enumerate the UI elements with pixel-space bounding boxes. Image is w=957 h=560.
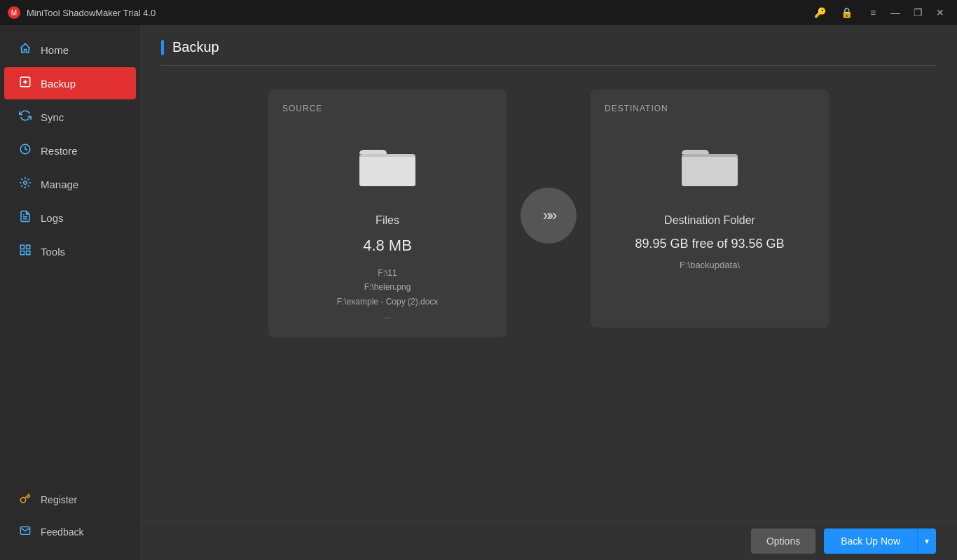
main-layout: Home Backup Sync: [0, 25, 957, 560]
sidebar-item-tools-label: Tools: [41, 246, 65, 258]
source-path-2: F:\helen.png: [337, 280, 439, 294]
app-logo: M: [7, 6, 21, 20]
titlebar-controls: 🔑 🔒 ≡ — ❐ ✕: [810, 3, 950, 22]
logs-icon: [18, 210, 32, 225]
destination-folder-icon: [678, 141, 741, 193]
sidebar-item-restore-label: Restore: [41, 145, 78, 157]
svg-rect-10: [359, 157, 415, 186]
sidebar-bottom: Register Feedback: [0, 476, 140, 560]
sidebar-item-feedback[interactable]: Feedback: [4, 517, 136, 547]
source-path-1: F:\11: [337, 266, 439, 280]
sidebar-item-sync[interactable]: Sync: [4, 101, 136, 133]
sidebar-item-backup[interactable]: Backup: [4, 67, 136, 99]
sidebar-item-feedback-label: Feedback: [41, 526, 83, 538]
source-name: Files: [376, 214, 399, 227]
source-label: SOURCE: [282, 104, 322, 113]
backup-panels: SOURCE Files 4.8 MB F:\11 F:\helen.pn: [161, 83, 936, 546]
backup-now-group: Back Up Now ▾: [824, 528, 936, 554]
page-title-bar: Backup: [161, 39, 936, 66]
source-folder-icon: [356, 141, 419, 193]
key-icon[interactable]: 🔑: [810, 3, 829, 22]
destination-panel[interactable]: DESTINATION Destination Folder 89.95 GB …: [591, 90, 829, 328]
sidebar-item-sync-label: Sync: [41, 111, 64, 123]
menu-icon[interactable]: ≡: [863, 3, 883, 22]
sidebar: Home Backup Sync: [0, 25, 140, 560]
sync-icon: [18, 109, 32, 125]
restore-icon: [18, 143, 32, 158]
register-icon: [18, 493, 32, 507]
page-title: Backup: [172, 39, 219, 55]
backup-dropdown-button[interactable]: ▾: [917, 528, 936, 554]
source-path-ellipsis: ...: [337, 309, 439, 323]
titlebar: M MiniTool ShadowMaker Trial 4.0 🔑 🔒 ≡ —…: [0, 0, 957, 25]
sidebar-item-backup-label: Backup: [41, 78, 76, 90]
sidebar-item-home-label: Home: [41, 44, 69, 56]
arrow-connector: »»: [521, 188, 577, 244]
restore-button[interactable]: ❐: [908, 3, 928, 22]
svg-rect-5: [20, 245, 24, 248]
sidebar-item-manage-label: Manage: [41, 178, 78, 190]
sidebar-item-home[interactable]: Home: [4, 34, 136, 66]
destination-name: Destination Folder: [664, 214, 755, 227]
sidebar-item-tools[interactable]: Tools: [4, 235, 136, 267]
svg-point-4: [24, 181, 27, 185]
manage-icon: [18, 176, 32, 192]
svg-rect-12: [682, 157, 738, 186]
home-icon: [18, 42, 32, 57]
source-panel[interactable]: SOURCE Files 4.8 MB F:\11 F:\helen.pn: [268, 90, 507, 337]
page-title-accent: [161, 40, 164, 55]
feedback-icon: [18, 525, 32, 539]
svg-text:M: M: [11, 9, 17, 17]
tools-icon: [18, 244, 32, 259]
destination-path: F:\backupdata\: [680, 260, 740, 270]
close-button[interactable]: ✕: [930, 3, 950, 22]
minimize-button[interactable]: —: [886, 3, 905, 22]
source-size: 4.8 MB: [363, 237, 412, 255]
sidebar-item-register-label: Register: [41, 494, 77, 505]
lock-icon[interactable]: 🔒: [836, 3, 856, 22]
sidebar-item-register[interactable]: Register: [4, 484, 136, 515]
svg-rect-6: [27, 245, 30, 248]
arrow-chevrons-icon: »»: [543, 206, 554, 225]
sidebar-item-manage[interactable]: Manage: [4, 168, 136, 200]
svg-rect-8: [20, 251, 24, 255]
sidebar-item-logs[interactable]: Logs: [4, 202, 136, 234]
source-path-3: F:\example - Copy (2).docx: [337, 295, 439, 309]
bottom-bar: Options Back Up Now ▾: [140, 521, 957, 560]
sidebar-item-restore[interactable]: Restore: [4, 134, 136, 167]
source-paths: F:\11 F:\helen.png F:\example - Copy (2)…: [337, 266, 439, 323]
backup-icon: [18, 76, 32, 91]
backup-now-button[interactable]: Back Up Now: [824, 528, 917, 554]
sidebar-item-logs-label: Logs: [41, 212, 64, 224]
destination-free: 89.95 GB free of 93.56 GB: [635, 237, 784, 251]
sidebar-nav: Home Backup Sync: [0, 32, 140, 476]
app-title: MiniTool ShadowMaker Trial 4.0: [27, 8, 810, 18]
content-area: Backup SOURCE Files 4.8 MB: [140, 25, 957, 560]
svg-rect-7: [27, 251, 30, 255]
options-button[interactable]: Options: [751, 528, 815, 554]
destination-label: DESTINATION: [605, 104, 668, 113]
